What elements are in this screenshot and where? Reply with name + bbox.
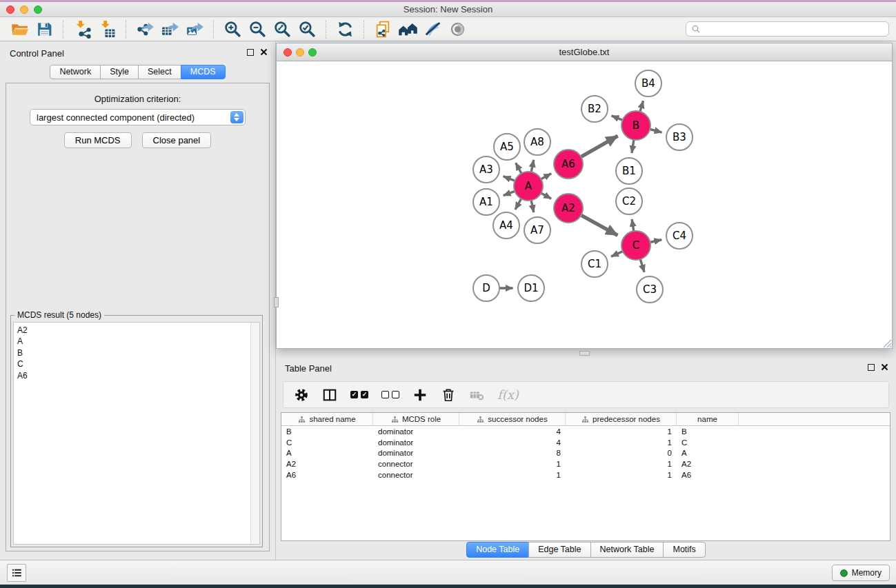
split-view-icon[interactable]: [322, 387, 337, 403]
graph-node-A4[interactable]: A4: [493, 212, 519, 239]
graph-node-B4[interactable]: B4: [635, 70, 661, 97]
zoom-out-icon[interactable]: [245, 19, 270, 39]
deselect-all-icon[interactable]: [381, 391, 399, 398]
export-table-icon[interactable]: [157, 19, 182, 39]
graph-node-C[interactable]: C: [621, 231, 650, 260]
duplicate-network-icon[interactable]: [370, 19, 395, 39]
result-scrollbar[interactable]: [250, 323, 259, 544]
float-panel-icon[interactable]: [247, 49, 254, 56]
search-input[interactable]: [704, 24, 884, 34]
tab-network[interactable]: Network: [50, 65, 101, 79]
graph-node-A2[interactable]: A2: [554, 194, 583, 223]
birds-eye-icon[interactable]: [445, 19, 470, 39]
zoom-in-icon[interactable]: [220, 19, 245, 39]
table-row[interactable]: Cdominator41C: [281, 437, 890, 448]
svg-text:B1: B1: [622, 165, 636, 177]
graph-node-A[interactable]: A: [514, 172, 543, 201]
maximize-window-button[interactable]: [34, 6, 42, 14]
mcds-result-item[interactable]: A: [17, 336, 259, 347]
close-window-button[interactable]: [6, 6, 14, 14]
close-table-panel-icon[interactable]: [881, 363, 888, 371]
import-table-icon[interactable]: [94, 19, 119, 39]
open-file-icon[interactable]: [7, 19, 32, 39]
table-row[interactable]: A6connector11A6: [281, 469, 890, 480]
table-cell: dominator: [373, 427, 459, 436]
attribute-icon: [391, 416, 399, 423]
column-header-MCDS-role[interactable]: MCDS role: [373, 413, 459, 425]
table-cell: B: [677, 427, 739, 436]
graphics-details-icon[interactable]: [420, 19, 445, 39]
tab-select[interactable]: Select: [138, 65, 181, 79]
run-mcds-button[interactable]: Run MCDS: [64, 132, 132, 148]
column-header-predecessor-nodes[interactable]: predecessor nodes: [566, 413, 677, 425]
mcds-result-item[interactable]: A2: [17, 325, 259, 336]
home-icon[interactable]: [395, 19, 420, 39]
table-cell: connector: [373, 460, 459, 468]
tab-style[interactable]: Style: [100, 65, 139, 79]
tab-edge-table[interactable]: Edge Table: [528, 542, 590, 558]
save-session-icon[interactable]: [32, 19, 57, 39]
tab-mcds[interactable]: MCDS: [181, 65, 226, 79]
vertical-split-handle[interactable]: [274, 297, 279, 307]
column-header-shared-name[interactable]: shared name: [281, 413, 373, 425]
export-network-icon[interactable]: [132, 19, 157, 39]
svg-text:D: D: [482, 282, 490, 294]
network-minimize-button[interactable]: [296, 48, 304, 57]
table-row[interactable]: Bdominator41B: [281, 426, 890, 437]
main-toolbar: [0, 17, 896, 41]
table-settings-gear-icon[interactable]: [294, 387, 309, 403]
graph-node-B3[interactable]: B3: [666, 124, 693, 150]
svg-text:D1: D1: [524, 282, 538, 294]
mcds-result-item[interactable]: C: [17, 358, 259, 369]
column-header-successor-nodes[interactable]: successor nodes: [459, 413, 566, 425]
graph-node-D[interactable]: D: [473, 275, 499, 301]
select-all-icon[interactable]: ✓✓: [350, 391, 368, 398]
svg-text:A1: A1: [479, 196, 493, 208]
minimize-window-button[interactable]: [20, 6, 28, 14]
column-header-name[interactable]: name: [677, 413, 739, 425]
graph-node-A7[interactable]: A7: [524, 217, 550, 243]
mcds-result-item[interactable]: B: [17, 347, 259, 358]
network-close-button[interactable]: [283, 48, 292, 57]
memory-button[interactable]: Memory: [832, 565, 890, 581]
graph-node-C2[interactable]: C2: [616, 188, 642, 214]
float-table-panel-icon[interactable]: [868, 364, 875, 371]
tab-motifs[interactable]: Motifs: [663, 542, 705, 558]
graph-node-C4[interactable]: C4: [666, 223, 693, 249]
horizontal-split-handle[interactable]: [579, 351, 590, 356]
graph-node-A6[interactable]: A6: [554, 150, 583, 179]
network-canvas[interactable]: B4B2BB3A8A5A6A3B1AA1C2A2A4A7C4CC1C3DD1: [277, 62, 892, 348]
network-maximize-button[interactable]: [308, 48, 317, 57]
table-row[interactable]: A2connector11A2: [281, 458, 890, 469]
graph-node-C1[interactable]: C1: [581, 251, 608, 277]
close-panel-icon[interactable]: [260, 48, 268, 56]
graph-node-B1[interactable]: B1: [616, 158, 642, 184]
network-window-titlebar: testGlobe.txt: [277, 43, 892, 61]
graph-node-A3[interactable]: A3: [473, 156, 499, 183]
export-image-icon[interactable]: [182, 19, 207, 39]
zoom-fit-icon[interactable]: [270, 19, 295, 39]
mcds-result-item[interactable]: A6: [17, 370, 259, 381]
zoom-selected-icon[interactable]: [295, 19, 319, 39]
task-history-button[interactable]: [7, 564, 26, 582]
table-row[interactable]: Adominator80A: [281, 448, 890, 459]
resize-grip-icon[interactable]: [883, 339, 892, 348]
graph-node-C3[interactable]: C3: [637, 276, 663, 303]
delete-icon[interactable]: [441, 387, 456, 403]
add-column-icon[interactable]: [412, 387, 428, 403]
graph-node-D1[interactable]: D1: [518, 275, 544, 301]
graph-node-A1[interactable]: A1: [473, 189, 499, 215]
network-view-window: testGlobe.txt B4B2BB3A8A5A6A3B1AA1C2A2A4…: [276, 43, 893, 349]
table-cell: 1: [459, 471, 566, 479]
close-panel-button[interactable]: Close panel: [142, 132, 212, 148]
criterion-select[interactable]: largest connected component (directed): [30, 109, 246, 125]
graph-node-B[interactable]: B: [621, 111, 650, 140]
import-network-icon[interactable]: [70, 19, 94, 39]
graph-node-B2[interactable]: B2: [581, 96, 608, 122]
graph-node-A5[interactable]: A5: [494, 134, 520, 160]
tab-node-table[interactable]: Node Table: [466, 542, 529, 558]
refresh-layout-icon[interactable]: [332, 19, 357, 39]
graph-node-A8[interactable]: A8: [524, 129, 550, 155]
tab-network-table[interactable]: Network Table: [590, 542, 664, 558]
table-cell: 1: [566, 438, 677, 447]
